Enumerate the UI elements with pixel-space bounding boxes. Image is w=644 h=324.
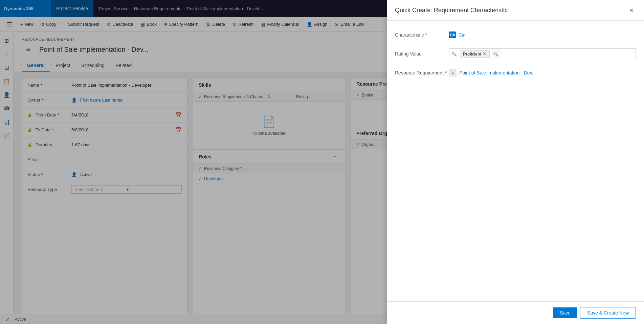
qc-close-button[interactable]: ✕ xyxy=(626,5,636,15)
qc-body: Characteristic * C# C# Rating Value 🔍 Pr… xyxy=(387,21,644,301)
qc-resource-req-field: Resource Requirement * ≡ Point of Sale i… xyxy=(395,67,636,79)
save-button[interactable]: Save xyxy=(553,307,577,318)
qc-characteristic-value[interactable]: C# C# xyxy=(449,31,636,38)
qc-footer: Save Save & Create New xyxy=(387,301,644,324)
qc-rating-field: Rating Value 🔍 Proficient ✕ 🔍 xyxy=(395,48,636,60)
qc-header: Quick Create: Requirement Characteristic… xyxy=(387,0,644,21)
qc-rating-tag-close[interactable]: ✕ xyxy=(483,51,487,56)
qc-resource-req-icon: ≡ xyxy=(449,69,457,77)
quick-create-panel: Quick Create: Requirement Characteristic… xyxy=(387,0,644,324)
qc-rating-tag: Proficient ✕ xyxy=(460,50,490,58)
qc-characteristic-icon: C# xyxy=(449,31,456,38)
qc-title: Quick Create: Requirement Characteristic xyxy=(395,7,508,14)
qc-rating-input-wrapper[interactable]: 🔍 Proficient ✕ 🔍 xyxy=(449,48,636,59)
save-create-new-button[interactable]: Save & Create New xyxy=(580,307,636,319)
qc-rating-input-icon: 🔍 xyxy=(449,51,459,57)
qc-rating-search-button[interactable]: 🔍 xyxy=(491,49,500,59)
qc-resource-req-value[interactable]: ≡ Point of Sale implementation - Dev... xyxy=(449,69,536,77)
qc-characteristic-field: Characteristic * C# C# xyxy=(395,29,636,41)
